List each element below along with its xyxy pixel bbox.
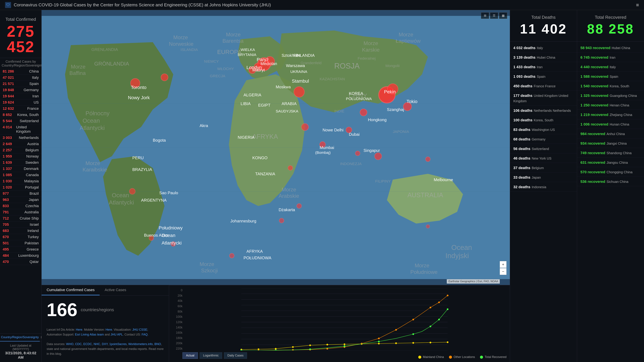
country-name: Iran <box>32 94 39 98</box>
list-item[interactable]: 1 250 recovered Henan China <box>577 100 644 110</box>
chart-btn-daily-cases[interactable]: Daily Cases <box>224 352 247 359</box>
list-item[interactable]: 8 652Korea, South <box>0 112 42 118</box>
legend-dot-recovered <box>480 356 483 359</box>
stat-location: Chongqing China <box>606 170 632 174</box>
tab-cumulative-confirmed[interactable]: Cumulative Confirmed Cases <box>42 285 100 295</box>
list-item[interactable]: 68 deaths Germany <box>510 134 577 144</box>
list-item[interactable]: 934 recovered Jiangxi China <box>577 138 644 148</box>
list-item[interactable]: 1 030Malaysia <box>0 178 42 184</box>
map-bottom: Cumulative Confirmed Cases Active Cases … <box>42 285 510 362</box>
list-item[interactable]: 106 deaths Netherlands Netherlands <box>510 106 577 115</box>
svg-text:Atlantycki: Atlantycki <box>162 240 182 246</box>
tab-country-region[interactable]: Country/Region/Sovereignty <box>0 334 40 341</box>
list-item[interactable]: 19 848Germany <box>0 87 42 93</box>
list-item[interactable]: 32 deaths Indonesia <box>510 182 577 192</box>
list-item[interactable]: 4 440 recovered Italy <box>577 62 644 71</box>
svg-text:Mumbai: Mumbai <box>320 145 334 150</box>
chart-legend: Mainland China Other Locations Total Rec… <box>418 355 506 359</box>
y-axis-label: 180k <box>172 336 182 340</box>
list-item[interactable]: 5 544Switzerland <box>0 118 42 124</box>
layer-btn-grid[interactable]: ▦ <box>499 12 507 19</box>
list-item[interactable]: 1 093 deaths Spain <box>510 71 577 81</box>
list-item[interactable]: 683Ireland <box>0 228 42 234</box>
svg-point-138 <box>326 344 328 346</box>
list-item[interactable]: 1 020Portugal <box>0 184 42 191</box>
list-item[interactable]: 712Cruise Ship <box>0 215 42 222</box>
list-item[interactable]: 749 recovered Shandong China <box>577 148 644 158</box>
list-item[interactable]: 58 943 recovered Hubei China <box>577 43 644 52</box>
list-item[interactable]: 963Japan <box>0 197 42 203</box>
chart-btn-logarithmic[interactable]: Logarithmic <box>200 352 222 359</box>
list-item[interactable]: 631 recovered Jiangsu China <box>577 158 644 167</box>
list-item[interactable]: 3 003Netherlands <box>0 135 42 141</box>
list-item[interactable]: 6 745 recovered Iran <box>577 52 644 62</box>
stat-count: 984 recovered <box>580 132 605 136</box>
list-item[interactable]: 4 032 deaths Italy <box>510 43 577 52</box>
country-name: Korea, South <box>17 113 39 117</box>
list-item[interactable]: 450 deaths France France <box>510 81 577 91</box>
list-item[interactable]: 100 deaths Korea, South <box>510 115 577 125</box>
list-item[interactable]: 21 571Spain <box>0 81 42 87</box>
list-item[interactable]: 33 deaths Japan <box>510 172 577 182</box>
tab-active-cases[interactable]: Active Cases <box>100 285 131 295</box>
tab-province-state[interactable]: Province/State/Dependency <box>40 334 42 341</box>
y-axis-label: 120k <box>172 321 182 324</box>
list-item[interactable]: 1 433 deaths Iran <box>510 62 577 71</box>
list-item[interactable]: 19 644Iran <box>0 93 42 99</box>
list-item[interactable]: 1 639Sweden <box>0 160 42 166</box>
list-item[interactable]: 47 021Italy <box>0 75 42 81</box>
list-item[interactable]: 4 014United Kingdom <box>0 124 42 135</box>
svg-point-156 <box>412 319 414 320</box>
list-item[interactable]: 833Czechia <box>0 203 42 209</box>
list-item[interactable]: 1 325 recovered Guangdong China <box>577 91 644 100</box>
menu-icon[interactable]: ≡ <box>636 2 639 8</box>
list-item[interactable]: 470Qatar <box>0 259 42 265</box>
country-count: 19 644 <box>3 94 16 98</box>
map-container[interactable]: GRÖNLANDIA EUROPA ROSJA CHINY AFRYKA AUS… <box>42 10 510 285</box>
list-item[interactable]: 1 540 recovered Korea, South <box>577 81 644 91</box>
list-item[interactable]: 1 588 recovered Spain <box>577 71 644 81</box>
svg-point-159 <box>447 295 448 296</box>
list-item[interactable]: 56 deaths Switzerland <box>510 144 577 153</box>
list-item[interactable]: 977Brazil <box>0 191 42 197</box>
list-item[interactable]: 791Australia <box>0 209 42 215</box>
list-item[interactable]: 37 deaths Belgium <box>510 163 577 172</box>
country-list-header: Confirmed Cases by Country/Region/Sovere… <box>0 58 42 68</box>
list-item[interactable]: 984 recovered Anhui China <box>577 129 644 138</box>
country-count: 670 <box>3 235 16 239</box>
svg-point-154 <box>378 338 380 339</box>
chart-btn-actual[interactable]: Actual <box>182 352 198 359</box>
list-item[interactable]: 705Israel <box>0 222 42 228</box>
stat-count: 37 deaths <box>513 166 530 170</box>
list-item[interactable]: 1 959Norway <box>0 153 42 160</box>
list-item[interactable]: 495Greece <box>0 246 42 253</box>
stat-location: Switzerland <box>532 147 549 151</box>
list-item[interactable]: 12 632France <box>0 106 42 112</box>
zoom-out-button[interactable]: − <box>500 268 506 275</box>
zoom-in-button[interactable]: + <box>500 261 506 268</box>
list-item[interactable]: 1 085Canada <box>0 172 42 178</box>
svg-point-162 <box>309 349 311 350</box>
list-item[interactable]: 484Luxembourg <box>0 253 42 259</box>
list-item[interactable]: 2 257Belgium <box>0 147 42 153</box>
map-attribution: Earthstar Geographics | Esri, FAO, NOAA <box>447 279 500 284</box>
list-item[interactable]: 1 006 recovered Hunan China <box>577 119 644 129</box>
list-item[interactable]: 81 286China <box>0 68 42 75</box>
list-item[interactable]: 1 219 recovered Zhejiang China <box>577 110 644 119</box>
list-item[interactable]: 2 649Austria <box>0 141 42 147</box>
list-item[interactable]: 19 624US <box>0 99 42 106</box>
map-tabs: Cumulative Confirmed Cases Active Cases <box>42 285 169 296</box>
list-item[interactable]: 670Turkey <box>0 234 42 240</box>
list-item[interactable]: 501Pakistan <box>0 240 42 246</box>
list-item[interactable]: 570 recovered Chongqing China <box>577 167 644 177</box>
layer-btn-list[interactable]: ☰ <box>490 12 498 19</box>
list-item[interactable]: 536 recovered Sichuan China <box>577 177 644 186</box>
list-item[interactable]: 83 deaths Washington US <box>510 125 577 134</box>
list-item[interactable]: 3 139 deaths Hubei China <box>510 52 577 62</box>
country-name: Australia <box>24 210 39 214</box>
list-item[interactable]: 46 deaths New York US <box>510 153 577 163</box>
list-item[interactable]: 177 deaths United Kingdom United Kingdom <box>510 91 577 106</box>
layer-btn-table[interactable]: ⊞ <box>481 12 489 19</box>
list-item[interactable]: 1 337Denmark <box>0 166 42 172</box>
info-text-block: Lancet Inf Dis Article: Here. Mobile Ver… <box>42 324 169 362</box>
